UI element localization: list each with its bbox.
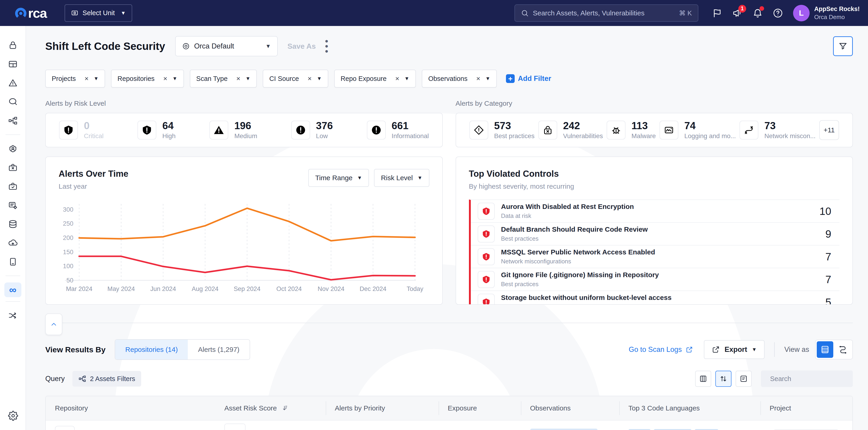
sidebar-item-attack-path[interactable]: [4, 113, 21, 128]
project-cell[interactable]: shiftleft-security/rtl-demo: [761, 421, 852, 430]
stat-low[interactable]: 376Low: [291, 120, 333, 140]
assets-filters-chip[interactable]: 2 Assets Filters: [72, 371, 141, 387]
stat-medium[interactable]: 196Medium: [209, 120, 257, 140]
dashboard-view-selector[interactable]: Orca Default ▼: [175, 36, 278, 56]
go-to-scan-logs-link[interactable]: Go to Scan Logs: [629, 345, 693, 354]
flow-view-button[interactable]: [835, 341, 851, 358]
filters-panel-button[interactable]: [833, 36, 853, 56]
collapse-section-button[interactable]: [45, 313, 62, 335]
risk-level-dropdown[interactable]: Risk Level▼: [374, 169, 429, 187]
violated-control-row[interactable]: Aurora With Disabled at Rest EncryptionD…: [471, 200, 840, 223]
col-top-3-code-languages[interactable]: Top 3 Code Languages: [619, 396, 761, 420]
stat-logging-monitoring[interactable]: 74Logging and mo...: [659, 120, 736, 140]
observations-cell[interactable]: Deployed Assets +1: [521, 421, 619, 430]
language-chip[interactable]: Dockerfile: [654, 429, 691, 430]
notifications-bell-icon[interactable]: [753, 8, 763, 18]
filter-chip-repositories[interactable]: Repositories×▼: [111, 70, 184, 88]
remove-icon[interactable]: ×: [476, 75, 480, 83]
sidebar-item-devices[interactable]: [4, 254, 21, 269]
stat-network-misconfigurations[interactable]: 73Network miscon...: [740, 120, 815, 140]
stat-high[interactable]: 64High: [137, 120, 176, 140]
alerts-by-priority-cell[interactable]: 2 18 43 20: [326, 421, 439, 430]
user-menu[interactable]: L AppSec Rocks! Orca Demo: [793, 5, 860, 21]
stat-vulnerabilities[interactable]: 242Vulnerabilities: [538, 120, 603, 140]
chevron-down-icon[interactable]: ▼: [485, 75, 490, 82]
tab-repositories[interactable]: Repositories (14): [115, 340, 188, 360]
violated-control-row[interactable]: Storage bucket without uniform bucket-le…: [471, 291, 840, 305]
global-search-input[interactable]: [533, 9, 675, 17]
tab-alerts[interactable]: Alerts (1,297): [188, 340, 249, 360]
violated-control-row[interactable]: MSSQL Server Public Network Access Enabl…: [471, 245, 840, 268]
chevron-down-icon[interactable]: ▼: [94, 75, 99, 82]
col-observations[interactable]: Observations: [521, 396, 619, 420]
sidebar-item-identity[interactable]: [4, 141, 21, 156]
sort-button[interactable]: [715, 371, 732, 387]
remove-icon[interactable]: ×: [236, 75, 241, 83]
more-options-icon[interactable]: •••: [325, 39, 328, 54]
risk-score-cell[interactable]: 7.4: [215, 421, 326, 430]
remove-icon[interactable]: ×: [395, 75, 400, 83]
chevron-down-icon[interactable]: ▼: [246, 75, 251, 82]
export-button[interactable]: Export ▼: [704, 340, 765, 359]
global-search[interactable]: ⌘ K: [515, 4, 699, 22]
table-search[interactable]: [761, 370, 853, 387]
col-project[interactable]: Project: [761, 396, 852, 420]
col-exposure[interactable]: Exposure: [439, 396, 521, 420]
help-icon[interactable]: [773, 8, 783, 18]
sidebar-item-discovery[interactable]: [4, 94, 21, 109]
filter-chip-ci-source[interactable]: CI Source×▼: [263, 70, 328, 88]
stat-informational[interactable]: 661Informational: [367, 120, 429, 140]
sidebar-item-shift-left[interactable]: ∞: [4, 282, 21, 297]
violated-control-row[interactable]: Default Branch Should Require Code Revie…: [471, 223, 840, 245]
sidebar-item-inventory[interactable]: [4, 160, 21, 175]
save-as-button[interactable]: Save As: [287, 42, 316, 51]
col-repository[interactable]: Repository: [46, 396, 215, 420]
stat-critical[interactable]: 0Critical: [59, 120, 104, 140]
table-search-input[interactable]: [770, 375, 857, 383]
chevron-down-icon[interactable]: ▼: [404, 75, 409, 82]
col-asset-risk-score[interactable]: Asset Risk Score: [215, 396, 326, 420]
repository-cell[interactable]: shiftleft-security/rtl-demo: [46, 421, 215, 430]
filter-chip-observations[interactable]: Observations×▼: [422, 70, 497, 88]
select-unit-button[interactable]: Select Unit ▼: [65, 4, 132, 22]
stat-best-practices[interactable]: 573Best practices: [469, 120, 535, 140]
sidebar-item-policies[interactable]: [4, 198, 21, 213]
group-button[interactable]: [736, 371, 752, 387]
violated-control-row[interactable]: Git Ignore File (.gitignore) Missing in …: [471, 268, 840, 291]
flag-icon[interactable]: [712, 8, 722, 18]
sidebar-item-compliance[interactable]: [4, 179, 21, 194]
orca-logo[interactable]: rca: [13, 5, 46, 21]
remove-icon[interactable]: ×: [308, 75, 312, 83]
language-chip[interactable]: HCL: [628, 429, 651, 430]
sidebar-item-cloud[interactable]: [4, 236, 21, 250]
columns-button[interactable]: [695, 371, 711, 387]
flow-view-icon: [838, 345, 847, 354]
more-categories-button[interactable]: +11: [819, 120, 839, 140]
sidebar-item-lock[interactable]: [4, 38, 21, 53]
col-alerts-by-priority[interactable]: Alerts by Priority: [326, 396, 439, 420]
filter-chip-projects[interactable]: Projects×▼: [45, 70, 105, 88]
filter-chip-scan-type[interactable]: Scan Type×▼: [190, 70, 257, 88]
announcements-icon[interactable]: 1: [733, 8, 743, 18]
chevron-down-icon[interactable]: ▼: [317, 75, 322, 82]
chevron-up-icon: [50, 320, 58, 328]
filter-chip-repo-exposure[interactable]: Repo Exposure×▼: [334, 70, 416, 88]
sidebar-item-data[interactable]: [4, 217, 21, 232]
chevron-down-icon[interactable]: ▼: [173, 75, 178, 82]
sidebar-item-dashboard[interactable]: [4, 57, 21, 71]
sidebar-settings[interactable]: [0, 411, 26, 421]
deployed-assets-chip[interactable]: Deployed Assets: [530, 429, 598, 430]
time-range-dropdown[interactable]: Time Range▼: [308, 169, 369, 187]
remove-icon[interactable]: ×: [163, 75, 167, 83]
language-chip[interactable]: Shell: [695, 429, 718, 430]
remove-icon[interactable]: ×: [85, 75, 89, 83]
svg-text:Mar 2024: Mar 2024: [66, 285, 92, 292]
main-content: Shift Left Code Security Orca Default ▼ …: [26, 26, 868, 430]
table-row[interactable]: shiftleft-security/rtl-demo 7.4 2 18 43 …: [46, 420, 852, 430]
sidebar-item-alerts[interactable]: [4, 75, 21, 90]
stat-malware[interactable]: 113Malware: [607, 120, 656, 140]
add-filter-button[interactable]: +Add Filter: [506, 74, 551, 83]
sidebar-item-remediation[interactable]: [4, 308, 21, 323]
table-view-button[interactable]: [817, 341, 833, 358]
database-icon: [8, 219, 18, 229]
